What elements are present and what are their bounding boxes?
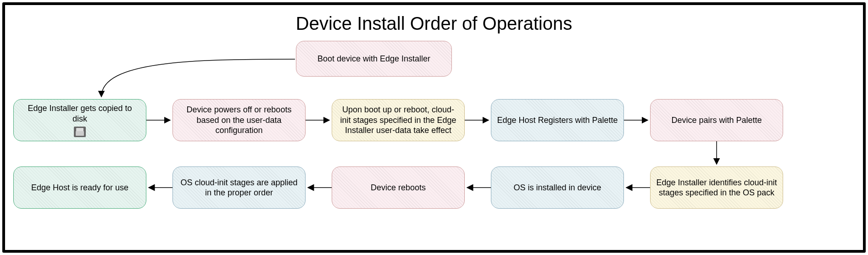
node-copied-label: Edge Installer gets copied to disk: [19, 103, 140, 124]
node-cloudinit-edge: Upon boot up or reboot, cloud-init stage…: [332, 99, 465, 141]
node-ready-label: Edge Host is ready for use: [31, 183, 128, 193]
node-copied: Edge Installer gets copied to disk: [13, 99, 146, 141]
floppy-disk-icon: [74, 127, 86, 137]
node-os-install: OS is installed in device: [491, 166, 624, 209]
diagram-title: Device Install Order of Operations: [5, 13, 863, 34]
arrow-boot-to-copied: [78, 55, 299, 101]
node-pair: Device pairs with Palette: [650, 99, 783, 141]
arrow-identify-to-osinstall: [624, 184, 650, 191]
diagram-frame: Device Install Order of Operations Boot …: [2, 2, 866, 253]
node-ready: Edge Host is ready for use: [13, 166, 146, 209]
node-boot-label: Boot device with Edge Installer: [317, 54, 430, 64]
node-poweroff: Device powers off or reboots based on th…: [172, 99, 306, 141]
node-register-label: Edge Host Registers with Palette: [497, 115, 618, 126]
node-poweroff-label: Device powers off or reboots based on th…: [178, 105, 300, 136]
node-register: Edge Host Registers with Palette: [491, 99, 624, 141]
arrow-copied-to-poweroff: [146, 116, 172, 124]
arrow-cloudinit-to-register: [465, 116, 491, 124]
node-os-cloudinit: OS cloud-init stages are applied in the …: [172, 166, 306, 209]
node-reboot-label: Device reboots: [371, 183, 426, 193]
node-cloudinit-edge-label: Upon boot up or reboot, cloud-init stage…: [338, 105, 459, 136]
node-os-cloudinit-label: OS cloud-init stages are applied in the …: [178, 177, 300, 198]
arrow-reboot-to-oscloudinit: [306, 184, 332, 191]
arrow-osinstall-to-reboot: [465, 184, 491, 191]
node-identify-os: Edge Installer identifies cloud-init sta…: [650, 166, 783, 209]
node-os-install-label: OS is installed in device: [513, 183, 601, 193]
arrow-register-to-pair: [624, 116, 650, 124]
arrow-pair-to-identify: [713, 141, 720, 166]
node-identify-os-label: Edge Installer identifies cloud-init sta…: [656, 177, 777, 198]
arrow-poweroff-to-cloudinit: [306, 116, 332, 124]
node-reboot: Device reboots: [332, 166, 465, 209]
arrow-oscloudinit-to-ready: [146, 184, 172, 191]
node-pair-label: Device pairs with Palette: [671, 115, 762, 126]
node-boot: Boot device with Edge Installer: [296, 41, 452, 77]
